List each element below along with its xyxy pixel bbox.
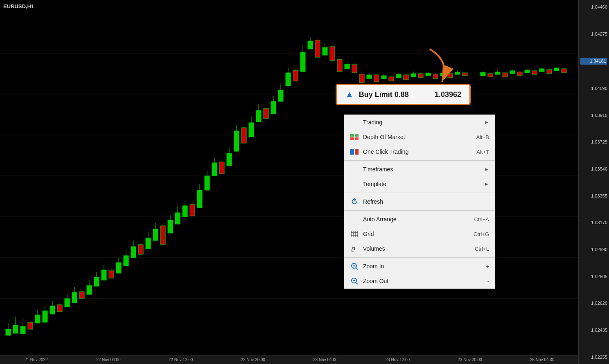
- svg-rect-75: [249, 123, 254, 137]
- svg-rect-93: [315, 40, 320, 57]
- dom-shortcut: Alt+B: [476, 134, 489, 140]
- svg-rect-121: [418, 74, 423, 78]
- svg-rect-85: [286, 73, 291, 86]
- volumes-icon: [350, 244, 359, 253]
- svg-rect-87: [293, 70, 298, 81]
- svg-line-181: [356, 283, 358, 284]
- separator-3: [344, 210, 495, 211]
- svg-rect-117: [404, 75, 408, 80]
- svg-rect-101: [345, 64, 350, 69]
- svg-rect-13: [20, 326, 25, 334]
- price-1.02990: 1.02990: [580, 247, 607, 252]
- price-1.02620: 1.02620: [580, 300, 607, 306]
- svg-rect-105: [359, 74, 364, 83]
- grid-label: Grid: [363, 231, 469, 237]
- svg-rect-17: [35, 315, 40, 323]
- svg-rect-37: [109, 271, 114, 278]
- date-6: 23 Nov 12:00: [361, 357, 434, 362]
- zoom-in-shortcut: +: [486, 263, 489, 270]
- refresh-icon: [350, 197, 359, 206]
- auto-arrange-shortcut: Ctrl+A: [474, 216, 489, 222]
- price-1.03910: 1.03910: [580, 112, 607, 118]
- svg-rect-95: [323, 47, 327, 55]
- trading-label: Trading: [363, 119, 477, 126]
- svg-rect-162: [355, 137, 359, 140]
- svg-rect-39: [116, 263, 121, 273]
- svg-rect-33: [94, 277, 99, 286]
- svg-rect-163: [350, 149, 354, 155]
- svg-rect-71: [234, 131, 239, 151]
- price-1.04460: 1.04460: [580, 4, 607, 10]
- oct-icon: [350, 147, 359, 156]
- date-3: 22 Nov 12:00: [144, 357, 217, 362]
- svg-rect-147: [525, 70, 530, 73]
- auto-arrange-label: Auto Arrange: [363, 216, 470, 222]
- menu-item-timeframes[interactable]: Timeframes ►: [344, 162, 495, 177]
- svg-rect-67: [219, 162, 224, 174]
- menu-item-auto-arrange[interactable]: Auto Arrange Ctrl+A: [344, 212, 495, 227]
- svg-rect-97: [330, 47, 335, 61]
- svg-rect-21: [50, 306, 55, 314]
- price-1.02435: 1.02435: [580, 327, 607, 333]
- svg-rect-129: [448, 74, 453, 78]
- svg-rect-53: [168, 220, 173, 233]
- svg-rect-59: [190, 204, 195, 216]
- buy-limit-box[interactable]: ▲ Buy Limit 0.88 1.03962: [336, 84, 471, 105]
- svg-rect-51: [160, 226, 165, 245]
- svg-rect-113: [389, 77, 394, 81]
- grid-icon: [350, 229, 359, 238]
- date-4: 22 Nov 20:00: [217, 357, 289, 362]
- dom-label: Depth Of Market: [363, 134, 472, 140]
- zoom-out-shortcut: -: [487, 278, 489, 284]
- chart-area: EURUSD,H1: [0, 0, 609, 364]
- svg-rect-63: [205, 176, 210, 190]
- timeframes-label: Timeframes: [363, 166, 477, 173]
- zoom-in-icon: [350, 262, 359, 271]
- svg-rect-161: [350, 137, 354, 140]
- refresh-label: Refresh: [363, 198, 489, 205]
- svg-rect-111: [381, 76, 386, 79]
- menu-item-grid[interactable]: Grid Ctrl+G: [344, 227, 495, 241]
- dom-icon: [350, 133, 359, 142]
- svg-rect-143: [510, 71, 515, 74]
- menu-item-refresh[interactable]: Refresh: [344, 194, 495, 209]
- svg-rect-149: [532, 71, 537, 74]
- menu-item-volumes[interactable]: Volumes Ctrl+L: [344, 241, 495, 256]
- menu-item-oct[interactable]: One Click Trading Alt+T: [344, 144, 495, 159]
- price-1.02805: 1.02805: [580, 274, 607, 279]
- oct-label: One Click Trading: [363, 148, 472, 155]
- svg-rect-107: [367, 75, 372, 79]
- trading-icon: [350, 118, 359, 127]
- menu-item-zoom-out[interactable]: Zoom Out -: [344, 274, 495, 288]
- svg-rect-157: [562, 69, 566, 73]
- zoom-in-label: Zoom In: [363, 263, 482, 270]
- svg-rect-43: [131, 247, 136, 258]
- buy-limit-label: Buy Limit 0.88: [359, 90, 430, 99]
- date-5: 23 Nov 04:00: [289, 357, 362, 362]
- chart-title: EURUSD,H1: [3, 3, 34, 9]
- price-axis: 1.04460 1.04275 1.04181 1.04090 1.03910 …: [578, 0, 609, 364]
- separator-4: [344, 257, 495, 258]
- svg-rect-83: [278, 90, 283, 101]
- menu-item-zoom-in[interactable]: Zoom In +: [344, 259, 495, 274]
- svg-rect-119: [411, 74, 416, 77]
- menu-item-template[interactable]: Template ►: [344, 177, 495, 191]
- svg-rect-91: [308, 41, 313, 49]
- svg-rect-155: [554, 68, 559, 71]
- price-1.04275: 1.04275: [580, 31, 607, 37]
- svg-rect-151: [539, 69, 544, 72]
- oct-shortcut: Alt+T: [476, 149, 489, 155]
- svg-rect-49: [153, 229, 158, 240]
- svg-rect-153: [547, 70, 552, 74]
- date-2: 22 Nov 04:00: [72, 357, 145, 362]
- svg-rect-41: [124, 256, 129, 266]
- template-arrow: ►: [484, 181, 489, 187]
- price-1.03540: 1.03540: [580, 166, 607, 172]
- separator-2: [344, 193, 495, 193]
- svg-rect-45: [138, 245, 143, 254]
- svg-rect-29: [79, 292, 84, 299]
- menu-item-trading[interactable]: Trading ►: [344, 115, 495, 130]
- svg-rect-73: [241, 128, 246, 143]
- price-1.02255: 1.02255: [580, 354, 607, 360]
- menu-item-dom[interactable]: Depth Of Market Alt+B: [344, 130, 495, 144]
